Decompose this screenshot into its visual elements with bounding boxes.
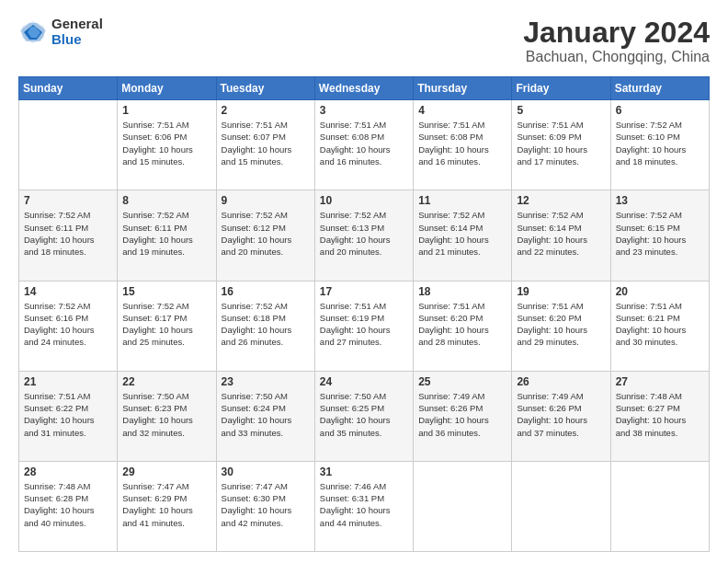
calendar-cell: 21Sunrise: 7:51 AM Sunset: 6:22 PM Dayli…	[19, 371, 118, 461]
day-header-friday: Friday	[512, 77, 610, 100]
day-info: Sunrise: 7:52 AM Sunset: 6:15 PM Dayligh…	[616, 209, 704, 258]
calendar-title: January 2024	[523, 17, 710, 49]
day-info: Sunrise: 7:49 AM Sunset: 6:26 PM Dayligh…	[418, 390, 506, 439]
calendar-cell: 22Sunrise: 7:50 AM Sunset: 6:23 PM Dayli…	[118, 371, 216, 461]
header-row: SundayMondayTuesdayWednesdayThursdayFrid…	[19, 77, 710, 100]
day-number: 7	[24, 194, 112, 207]
day-info: Sunrise: 7:46 AM Sunset: 6:31 PM Dayligh…	[320, 480, 408, 529]
day-number: 17	[320, 285, 408, 298]
day-number: 21	[24, 375, 112, 388]
calendar-cell: 16Sunrise: 7:52 AM Sunset: 6:18 PM Dayli…	[216, 281, 314, 371]
week-row-0: 1Sunrise: 7:51 AM Sunset: 6:06 PM Daylig…	[19, 100, 710, 190]
day-number: 18	[418, 285, 506, 298]
calendar-cell: 14Sunrise: 7:52 AM Sunset: 6:16 PM Dayli…	[19, 281, 118, 371]
day-info: Sunrise: 7:52 AM Sunset: 6:10 PM Dayligh…	[616, 119, 704, 167]
calendar-cell: 15Sunrise: 7:52 AM Sunset: 6:17 PM Dayli…	[118, 281, 216, 371]
week-row-1: 7Sunrise: 7:52 AM Sunset: 6:11 PM Daylig…	[19, 190, 710, 281]
day-info: Sunrise: 7:51 AM Sunset: 6:20 PM Dayligh…	[517, 300, 605, 349]
day-info: Sunrise: 7:51 AM Sunset: 6:20 PM Dayligh…	[418, 300, 506, 349]
calendar-cell: 18Sunrise: 7:51 AM Sunset: 6:20 PM Dayli…	[414, 281, 512, 371]
day-number: 20	[616, 285, 704, 298]
day-number: 27	[616, 375, 704, 388]
calendar-cell: 31Sunrise: 7:46 AM Sunset: 6:31 PM Dayli…	[314, 461, 413, 551]
day-number: 30	[222, 465, 310, 478]
day-number: 6	[616, 104, 704, 117]
day-info: Sunrise: 7:52 AM Sunset: 6:11 PM Dayligh…	[122, 209, 210, 258]
calendar-cell: 29Sunrise: 7:47 AM Sunset: 6:29 PM Dayli…	[118, 461, 216, 551]
calendar-cell: 19Sunrise: 7:51 AM Sunset: 6:20 PM Dayli…	[512, 281, 610, 371]
page: General Blue January 2024 Bachuan, Chong…	[0, 0, 728, 563]
day-number: 3	[320, 104, 408, 117]
header: General Blue January 2024 Bachuan, Chong…	[18, 17, 710, 65]
day-info: Sunrise: 7:48 AM Sunset: 6:28 PM Dayligh…	[24, 480, 112, 529]
logo-blue-text: Blue	[51, 32, 103, 48]
calendar-cell: 4Sunrise: 7:51 AM Sunset: 6:08 PM Daylig…	[414, 100, 512, 190]
day-number: 22	[122, 375, 210, 388]
day-info: Sunrise: 7:50 AM Sunset: 6:24 PM Dayligh…	[222, 390, 310, 439]
day-number: 25	[418, 375, 506, 388]
calendar-cell: 9Sunrise: 7:52 AM Sunset: 6:12 PM Daylig…	[216, 190, 314, 281]
day-info: Sunrise: 7:52 AM Sunset: 6:17 PM Dayligh…	[122, 300, 210, 349]
calendar-cell: 2Sunrise: 7:51 AM Sunset: 6:07 PM Daylig…	[216, 100, 314, 190]
calendar-cell: 12Sunrise: 7:52 AM Sunset: 6:14 PM Dayli…	[512, 190, 610, 281]
day-header-thursday: Thursday	[414, 77, 512, 100]
calendar-cell: 8Sunrise: 7:52 AM Sunset: 6:11 PM Daylig…	[118, 190, 216, 281]
day-number: 14	[24, 285, 112, 298]
day-info: Sunrise: 7:50 AM Sunset: 6:25 PM Dayligh…	[320, 390, 408, 439]
day-info: Sunrise: 7:52 AM Sunset: 6:11 PM Dayligh…	[24, 209, 112, 258]
day-info: Sunrise: 7:47 AM Sunset: 6:30 PM Dayligh…	[222, 480, 310, 529]
calendar-cell: 17Sunrise: 7:51 AM Sunset: 6:19 PM Dayli…	[314, 281, 413, 371]
logo-general-text: General	[51, 17, 103, 32]
logo-icon	[18, 17, 48, 47]
calendar-cell: 1Sunrise: 7:51 AM Sunset: 6:06 PM Daylig…	[118, 100, 216, 190]
day-number: 15	[122, 285, 210, 298]
calendar-cell	[414, 461, 512, 551]
day-info: Sunrise: 7:52 AM Sunset: 6:12 PM Dayligh…	[222, 209, 310, 258]
day-info: Sunrise: 7:51 AM Sunset: 6:08 PM Dayligh…	[320, 119, 408, 167]
calendar-cell: 26Sunrise: 7:49 AM Sunset: 6:26 PM Dayli…	[512, 371, 610, 461]
day-info: Sunrise: 7:49 AM Sunset: 6:26 PM Dayligh…	[517, 390, 605, 439]
calendar-subtitle: Bachuan, Chongqing, China	[523, 49, 710, 65]
calendar-cell	[512, 461, 610, 551]
day-info: Sunrise: 7:51 AM Sunset: 6:21 PM Dayligh…	[616, 300, 704, 349]
day-header-sunday: Sunday	[19, 77, 118, 100]
title-block: January 2024 Bachuan, Chongqing, China	[523, 17, 710, 65]
calendar-cell: 25Sunrise: 7:49 AM Sunset: 6:26 PM Dayli…	[414, 371, 512, 461]
calendar-cell: 28Sunrise: 7:48 AM Sunset: 6:28 PM Dayli…	[19, 461, 118, 551]
week-row-2: 14Sunrise: 7:52 AM Sunset: 6:16 PM Dayli…	[19, 281, 710, 371]
day-number: 19	[517, 285, 605, 298]
week-row-4: 28Sunrise: 7:48 AM Sunset: 6:28 PM Dayli…	[19, 461, 710, 551]
day-info: Sunrise: 7:52 AM Sunset: 6:14 PM Dayligh…	[418, 209, 506, 258]
day-info: Sunrise: 7:50 AM Sunset: 6:23 PM Dayligh…	[122, 390, 210, 439]
day-info: Sunrise: 7:51 AM Sunset: 6:07 PM Dayligh…	[222, 119, 310, 167]
day-number: 1	[122, 104, 210, 117]
day-number: 23	[222, 375, 310, 388]
day-info: Sunrise: 7:51 AM Sunset: 6:09 PM Dayligh…	[517, 119, 605, 167]
day-number: 13	[616, 194, 704, 207]
day-info: Sunrise: 7:52 AM Sunset: 6:16 PM Dayligh…	[24, 300, 112, 349]
day-info: Sunrise: 7:51 AM Sunset: 6:22 PM Dayligh…	[24, 390, 112, 439]
day-header-tuesday: Tuesday	[216, 77, 314, 100]
day-info: Sunrise: 7:51 AM Sunset: 6:06 PM Dayligh…	[122, 119, 210, 167]
day-header-saturday: Saturday	[610, 77, 709, 100]
day-number: 12	[517, 194, 605, 207]
day-number: 10	[320, 194, 408, 207]
calendar-cell	[610, 461, 709, 551]
day-info: Sunrise: 7:51 AM Sunset: 6:19 PM Dayligh…	[320, 300, 408, 349]
day-number: 28	[24, 465, 112, 478]
day-number: 5	[517, 104, 605, 117]
day-number: 29	[122, 465, 210, 478]
day-number: 16	[222, 285, 310, 298]
day-info: Sunrise: 7:52 AM Sunset: 6:13 PM Dayligh…	[320, 209, 408, 258]
calendar-cell: 30Sunrise: 7:47 AM Sunset: 6:30 PM Dayli…	[216, 461, 314, 551]
calendar-cell: 11Sunrise: 7:52 AM Sunset: 6:14 PM Dayli…	[414, 190, 512, 281]
calendar-cell: 7Sunrise: 7:52 AM Sunset: 6:11 PM Daylig…	[19, 190, 118, 281]
day-info: Sunrise: 7:51 AM Sunset: 6:08 PM Dayligh…	[418, 119, 506, 167]
calendar-cell: 24Sunrise: 7:50 AM Sunset: 6:25 PM Dayli…	[314, 371, 413, 461]
calendar-cell	[19, 100, 118, 190]
day-info: Sunrise: 7:48 AM Sunset: 6:27 PM Dayligh…	[616, 390, 704, 439]
calendar-cell: 20Sunrise: 7:51 AM Sunset: 6:21 PM Dayli…	[610, 281, 709, 371]
day-header-monday: Monday	[118, 77, 216, 100]
day-number: 2	[222, 104, 310, 117]
calendar-cell: 13Sunrise: 7:52 AM Sunset: 6:15 PM Dayli…	[610, 190, 709, 281]
